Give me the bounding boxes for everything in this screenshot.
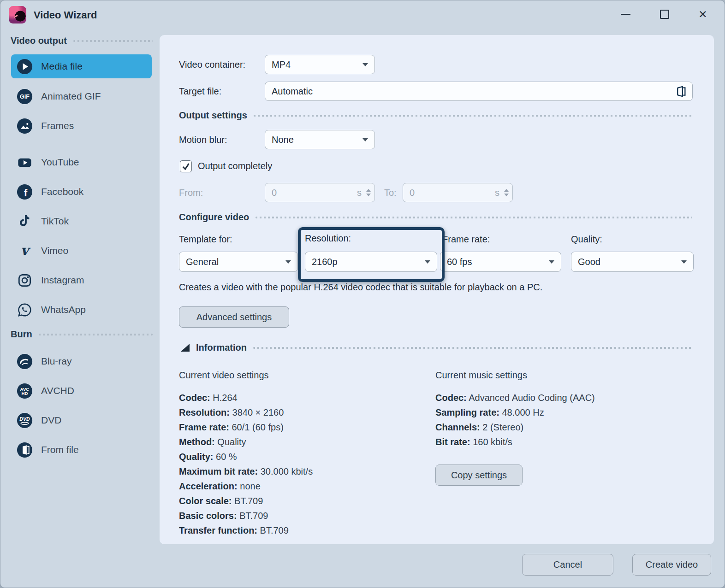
resolution-select[interactable]: 2160p: [305, 252, 437, 272]
app-icon: [9, 6, 26, 24]
maximize-button[interactable]: [654, 4, 675, 24]
create-video-button[interactable]: Create video: [632, 554, 711, 576]
configure-video-section: Configure video: [179, 212, 692, 223]
browse-file-icon[interactable]: [674, 85, 687, 98]
sidebar-item-dvd[interactable]: DVD DVD: [11, 408, 152, 432]
quality-value: Good: [578, 257, 600, 267]
motion-blur-select[interactable]: None: [265, 130, 375, 149]
sidebar-item-frames[interactable]: Frames: [11, 114, 152, 138]
spin-up-icon[interactable]: [366, 189, 371, 192]
sidebar-section-burn: Burn: [11, 329, 153, 340]
sidebar-item-vimeo[interactable]: v Vimeo: [11, 239, 152, 263]
target-file-input[interactable]: [272, 86, 674, 97]
spin-down-icon[interactable]: [366, 194, 371, 196]
sidebar-item-animated-gif[interactable]: GiF Animated GIF: [11, 84, 152, 108]
quality-label: Quality:: [571, 234, 602, 245]
video-output-header: Video output: [11, 35, 67, 46]
chevron-down-icon: [285, 260, 291, 264]
to-value: 0: [410, 188, 415, 198]
info-row: Frame rate: 60/1 (60 fps): [179, 420, 313, 435]
target-file-field: [265, 82, 693, 101]
sidebar-item-label: AVCHD: [41, 385, 74, 396]
info-row: Method: Quality: [179, 435, 313, 449]
spinner-arrows[interactable]: [366, 189, 371, 196]
spin-up-icon[interactable]: [504, 189, 509, 192]
template-value: General: [186, 257, 219, 267]
output-completely-checkbox[interactable]: [180, 160, 192, 172]
frame-rate-label: Frame rate:: [442, 234, 490, 245]
info-row: Codec: Advanced Audio Coding (AAC): [435, 390, 595, 405]
to-unit: s: [495, 188, 499, 198]
tiktok-icon: [16, 213, 33, 230]
video-container-label: Video container:: [179, 59, 245, 70]
sidebar-item-label: WhatsApp: [41, 304, 86, 315]
sidebar-item-label: Facebook: [41, 186, 83, 197]
info-row: Channels: 2 (Stereo): [435, 420, 595, 435]
chevron-down-icon: [425, 260, 430, 264]
bluray-icon: [16, 353, 33, 370]
chevron-down-icon: [362, 138, 368, 141]
copy-settings-button[interactable]: Copy settings: [435, 465, 523, 486]
sidebar-item-avchd[interactable]: AVCHD AVCHD: [11, 379, 152, 403]
info-row: Maximum bit rate: 30.000 kbit/s: [179, 464, 313, 479]
current-video-settings-list: Codec: H.264 Resolution: 3840 × 2160 Fra…: [179, 390, 313, 538]
sidebar-item-label: DVD: [41, 415, 61, 426]
info-row: Sampling rate: 48.000 Hz: [435, 405, 595, 420]
svg-text:GiF: GiF: [20, 94, 30, 100]
divider: [73, 40, 153, 42]
sidebar-item-label: Instagram: [41, 275, 84, 286]
minimize-button[interactable]: [615, 4, 636, 24]
info-row: Codec: H.264: [179, 390, 313, 405]
sidebar-item-blu-ray[interactable]: Blu-ray: [11, 349, 152, 373]
template-select[interactable]: General: [179, 252, 298, 272]
avchd-icon: AVCHD: [16, 382, 33, 400]
sidebar-item-facebook[interactable]: f Facebook: [11, 180, 152, 204]
sidebar-item-instagram[interactable]: Instagram: [11, 268, 152, 292]
to-spinner[interactable]: 0 s: [403, 183, 513, 202]
close-button[interactable]: ✕: [693, 4, 713, 24]
sidebar-item-label: Vimeo: [41, 245, 68, 256]
cancel-button[interactable]: Cancel: [522, 554, 613, 576]
dvd-icon: DVD: [16, 412, 33, 429]
facebook-icon: f: [16, 183, 33, 200]
info-row: Acceleration: none: [179, 479, 313, 494]
close-icon: ✕: [698, 9, 707, 20]
divider: [39, 334, 153, 335]
information-header: Information: [196, 342, 247, 353]
sidebar-item-youtube[interactable]: YouTube: [11, 150, 152, 174]
current-music-settings-list: Codec: Advanced Audio Coding (AAC) Sampl…: [435, 390, 595, 449]
quality-select[interactable]: Good: [571, 252, 694, 272]
minimize-icon: [621, 14, 630, 15]
configure-video-header: Configure video: [179, 212, 249, 223]
sidebar-item-whatsapp[interactable]: WhatsApp: [11, 298, 152, 322]
spinner-arrows[interactable]: [504, 189, 509, 196]
sidebar-item-label: Blu-ray: [41, 356, 72, 367]
spin-down-icon[interactable]: [504, 194, 509, 196]
sidebar-item-from-file[interactable]: From file: [11, 438, 152, 462]
chevron-down-icon: [362, 63, 368, 66]
information-section: Information: [181, 342, 692, 353]
instagram-icon: [16, 272, 33, 289]
output-settings-header: Output settings: [179, 110, 247, 121]
svg-text:DVD: DVD: [19, 416, 30, 422]
window-title: Video Wizard: [34, 9, 97, 21]
sidebar-item-media-file[interactable]: Media file: [11, 54, 152, 78]
info-row: Resolution: 3840 × 2160: [179, 405, 313, 420]
svg-text:v: v: [21, 242, 31, 258]
sidebar-section-video-output: Video output: [11, 35, 153, 46]
divider: [254, 115, 692, 117]
collapse-triangle-icon[interactable]: [181, 344, 190, 352]
from-spinner[interactable]: 0 s: [265, 183, 375, 202]
sidebar-item-tiktok[interactable]: TikTok: [11, 209, 152, 233]
from-file-icon: [16, 441, 33, 459]
svg-text:f: f: [24, 187, 28, 198]
frame-rate-select[interactable]: 60 fps: [440, 252, 561, 272]
video-container-select[interactable]: MP4: [265, 55, 375, 74]
video-wizard-window: Video Wizard ✕ Video output Media file G…: [0, 0, 725, 588]
current-music-settings-title: Current music settings: [435, 370, 527, 381]
advanced-settings-button[interactable]: Advanced settings: [179, 306, 289, 328]
sidebar-item-label: Media file: [41, 61, 83, 72]
chevron-down-icon: [549, 260, 554, 264]
info-row: Transfer function: BT.709: [179, 523, 313, 538]
template-label: Template for:: [179, 234, 232, 245]
